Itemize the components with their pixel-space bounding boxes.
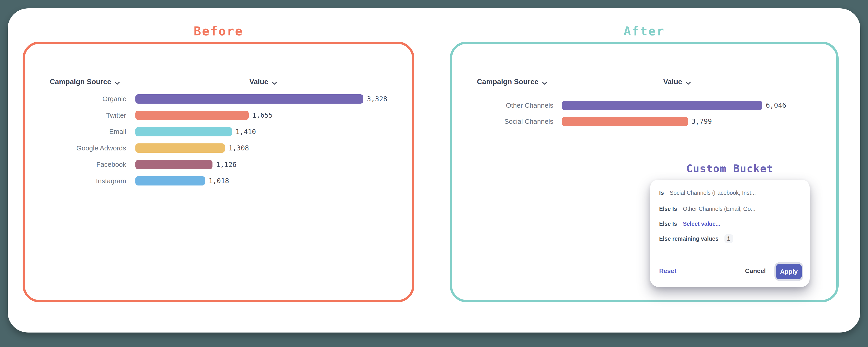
dimension-header-label: Campaign Source	[477, 78, 538, 86]
chevron-down-icon	[115, 78, 120, 86]
dimension-header[interactable]: Campaign Source	[50, 77, 120, 86]
bar-value-organic: 3,328	[367, 95, 387, 103]
cancel-button[interactable]: Cancel	[745, 266, 766, 276]
bar-value-email: 1,410	[236, 128, 256, 136]
info-icon[interactable]: i	[724, 234, 733, 243]
before-title: Before	[23, 23, 414, 39]
condition-keyword: Is	[659, 190, 664, 196]
bucket-condition-row: Else IsOther Channels (Email, Go...	[659, 204, 755, 214]
chart-row: Email1,410	[25, 123, 412, 140]
chevron-down-icon	[542, 78, 547, 86]
bucket-condition-row: IsSocial Channels (Facebook, Inst...	[659, 188, 756, 198]
custom-bucket-dialog: IsSocial Channels (Facebook, Inst...Else…	[650, 180, 810, 287]
bar-organic[interactable]	[135, 94, 363, 104]
measure-header-label: Value	[663, 78, 682, 86]
measure-header[interactable]: Value	[663, 77, 691, 86]
chart-row: Facebook1,126	[25, 156, 412, 173]
chevron-down-icon	[272, 78, 277, 86]
bar-value-social-channels: 3,799	[691, 117, 712, 125]
bar-value-google-adwords: 1,308	[228, 144, 249, 152]
custom-bucket-title: Custom Bucket	[650, 162, 810, 175]
row-label-google-adwords: Google Adwords	[25, 144, 126, 152]
dimension-header[interactable]: Campaign Source	[477, 77, 547, 86]
row-label-instagram: Instagram	[25, 177, 126, 185]
bar-google-adwords[interactable]	[135, 143, 225, 153]
chart-row: Twitter1,655	[25, 107, 412, 124]
measure-header-label: Value	[249, 78, 268, 86]
row-label-facebook: Facebook	[25, 161, 126, 168]
bar-value-twitter: 1,655	[252, 111, 273, 119]
row-label-email: Email	[25, 128, 126, 136]
chart-row: Social Channels3,799	[452, 113, 836, 129]
bar-value-instagram: 1,018	[209, 177, 229, 185]
dimension-header-label: Campaign Source	[50, 78, 111, 86]
bar-other-channels[interactable]	[562, 101, 762, 110]
chart-row: Instagram1,018	[25, 173, 412, 189]
chart-row: Google Adwords1,308	[25, 140, 412, 156]
select-value-link[interactable]: Select value...	[683, 221, 720, 227]
before-panel: Campaign Source Value Organic3,328Twitte…	[23, 41, 414, 302]
chevron-down-icon	[686, 78, 691, 86]
condition-keyword: Else remaining values	[659, 235, 719, 242]
bar-social-channels[interactable]	[562, 117, 688, 126]
condition-value[interactable]: Other Channels (Email, Go...	[683, 206, 755, 212]
bar-twitter[interactable]	[135, 111, 249, 120]
bar-facebook[interactable]	[135, 160, 213, 169]
bucket-condition-row: Else remaining valuesi	[659, 234, 733, 243]
after-title: After	[450, 23, 839, 39]
chart-row: Organic3,328	[25, 91, 412, 107]
bar-instagram[interactable]	[135, 176, 205, 185]
bar-value-facebook: 1,126	[216, 161, 237, 169]
reset-button[interactable]: Reset	[659, 266, 676, 276]
condition-keyword: Else Is	[659, 206, 677, 212]
condition-value[interactable]: Social Channels (Facebook, Inst...	[670, 190, 756, 196]
row-label-social-channels: Social Channels	[452, 118, 553, 125]
row-label-organic: Organic	[25, 95, 126, 103]
measure-header[interactable]: Value	[249, 77, 277, 86]
row-label-twitter: Twitter	[25, 112, 126, 119]
before-chart-rows: Organic3,328Twitter1,655Email1,410Google…	[25, 91, 412, 189]
dialog-divider	[650, 256, 810, 256]
bucket-condition-row: Else IsSelect value...	[659, 219, 720, 229]
after-chart-rows: Other Channels6,046Social Channels3,799	[452, 97, 836, 129]
apply-button[interactable]: Apply	[776, 264, 802, 279]
row-label-other-channels: Other Channels	[452, 102, 553, 109]
bar-email[interactable]	[135, 127, 232, 136]
condition-keyword: Else Is	[659, 221, 677, 227]
bar-value-other-channels: 6,046	[766, 102, 786, 109]
chart-row: Other Channels6,046	[452, 97, 836, 113]
